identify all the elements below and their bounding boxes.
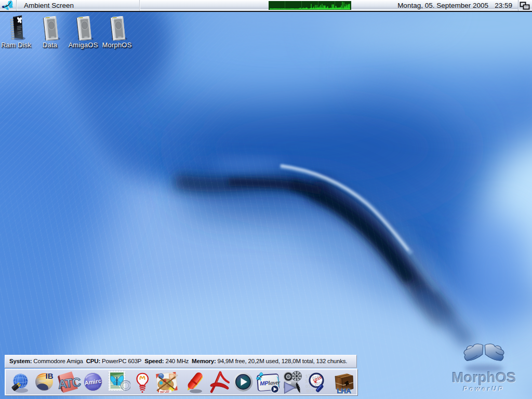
svg-text:IB: IB xyxy=(46,371,54,380)
svg-text:LHA: LHA xyxy=(337,387,351,394)
svg-text:PowerUP: PowerUP xyxy=(463,385,504,393)
svg-text:MorphOS: MorphOS xyxy=(452,369,516,385)
svg-text:ATC: ATC xyxy=(57,375,81,391)
